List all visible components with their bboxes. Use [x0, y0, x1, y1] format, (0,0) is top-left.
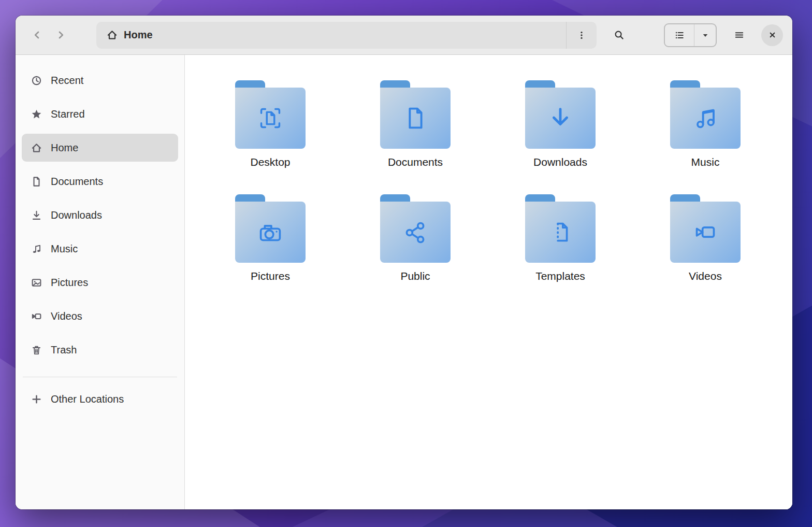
sidebar-item-label: Trash: [51, 344, 77, 356]
recent-icon: [31, 75, 42, 86]
folder-item-music[interactable]: Music: [633, 80, 778, 168]
search-icon: [614, 30, 624, 40]
close-icon: [768, 31, 777, 39]
sidebar-item-label: Documents: [51, 176, 103, 188]
folder-label: Pictures: [251, 270, 290, 282]
camera-emblem-icon: [254, 216, 286, 248]
download-icon: [31, 210, 42, 221]
home-icon: [107, 30, 118, 40]
folder-grid: Desktop Documents Downloads Music: [198, 80, 792, 282]
video-emblem-icon: [689, 216, 721, 248]
desktop-emblem-icon: [254, 102, 286, 134]
download-emblem-icon: [544, 102, 576, 134]
folder-item-templates[interactable]: Templates: [488, 194, 633, 282]
close-button[interactable]: [761, 24, 783, 46]
back-button[interactable]: [25, 23, 49, 47]
folder-item-videos[interactable]: Videos: [633, 194, 778, 282]
headerbar: Home: [16, 16, 792, 55]
document-emblem-icon: [399, 102, 431, 134]
sidebar-item-videos[interactable]: Videos: [22, 302, 178, 330]
folder-icon: [670, 194, 741, 263]
view-toggle: [664, 23, 717, 47]
folder-item-documents[interactable]: Documents: [343, 80, 488, 168]
share-emblem-icon: [399, 216, 431, 248]
sidebar-item-downloads[interactable]: Downloads: [22, 201, 178, 229]
sidebar-item-documents[interactable]: Documents: [22, 167, 178, 195]
folder-item-public[interactable]: Public: [343, 194, 488, 282]
starred-icon: [31, 109, 42, 120]
sidebar: Recent Starred Home Documents Downloads …: [16, 55, 185, 509]
sidebar-item-recent[interactable]: Recent: [22, 66, 178, 94]
folder-item-desktop[interactable]: Desktop: [198, 80, 343, 168]
sidebar-item-trash[interactable]: Trash: [22, 336, 178, 364]
folder-body: [380, 88, 451, 149]
sidebar-item-music[interactable]: Music: [22, 235, 178, 263]
sidebar-divider: [23, 377, 177, 377]
videos-icon: [31, 311, 42, 322]
trash-icon: [31, 345, 42, 355]
folder-body: [380, 202, 451, 263]
music-icon: [31, 244, 42, 254]
folder-body: [525, 88, 596, 149]
folder-icon: [380, 194, 451, 263]
main-menu-button[interactable]: [727, 23, 751, 47]
hamburger-icon: [734, 30, 744, 40]
folder-body: [670, 88, 741, 149]
folder-body: [235, 88, 306, 149]
folder-icon: [235, 194, 306, 263]
sidebar-item-pictures[interactable]: Pictures: [22, 268, 178, 296]
folder-icon: [380, 80, 451, 149]
kebab-menu-icon: [577, 31, 586, 40]
search-button[interactable]: [607, 23, 631, 47]
sidebar-item-label: Music: [51, 243, 78, 255]
list-view-icon: [675, 31, 684, 40]
forward-button[interactable]: [49, 23, 72, 47]
sidebar-item-home[interactable]: Home: [22, 134, 178, 162]
folder-label: Templates: [535, 270, 585, 282]
folder-icon: [525, 80, 596, 149]
sidebar-item-label: Pictures: [51, 277, 88, 289]
chevron-right-icon: [56, 30, 66, 40]
folder-body: [235, 202, 306, 263]
folder-label: Public: [400, 270, 430, 282]
sidebar-footer-items: Other Locations: [22, 385, 178, 419]
view-options-button[interactable]: [694, 24, 716, 46]
path-label: Home: [124, 29, 153, 41]
plus-icon: [31, 394, 42, 405]
folder-label: Videos: [689, 270, 722, 282]
location-menu-button[interactable]: [567, 22, 597, 49]
sidebar-item-label: Starred: [51, 108, 85, 120]
path-bar[interactable]: Home: [96, 22, 597, 49]
home-icon: [31, 143, 42, 153]
sidebar-item-starred[interactable]: Starred: [22, 100, 178, 128]
chevron-left-icon: [32, 30, 42, 40]
folder-icon: [670, 80, 741, 149]
folder-label: Music: [691, 156, 720, 168]
document-icon: [31, 176, 42, 187]
files-window: Home Recent: [16, 16, 792, 509]
sidebar-item-other-locations[interactable]: Other Locations: [22, 385, 178, 413]
folder-item-downloads[interactable]: Downloads: [488, 80, 633, 168]
sidebar-items: Recent Starred Home Documents Downloads …: [22, 66, 178, 369]
sidebar-item-label: Home: [51, 142, 78, 154]
template-emblem-icon: [544, 216, 576, 248]
sidebar-item-label: Downloads: [51, 209, 102, 221]
file-view[interactable]: Desktop Documents Downloads Music: [185, 55, 792, 509]
caret-down-icon: [701, 31, 710, 40]
folder-body: [525, 202, 596, 263]
folder-item-pictures[interactable]: Pictures: [198, 194, 343, 282]
sidebar-item-label: Recent: [51, 75, 83, 87]
folder-label: Desktop: [250, 156, 290, 168]
folder-icon: [525, 194, 596, 263]
sidebar-item-label: Videos: [51, 310, 82, 322]
window-body: Recent Starred Home Documents Downloads …: [16, 55, 792, 509]
list-view-button[interactable]: [665, 24, 694, 46]
pictures-icon: [31, 277, 42, 288]
folder-label: Documents: [388, 156, 443, 168]
folder-icon: [235, 80, 306, 149]
folder-body: [670, 202, 741, 263]
folder-label: Downloads: [533, 156, 587, 168]
sidebar-item-label: Other Locations: [51, 393, 124, 405]
music-emblem-icon: [689, 102, 721, 134]
